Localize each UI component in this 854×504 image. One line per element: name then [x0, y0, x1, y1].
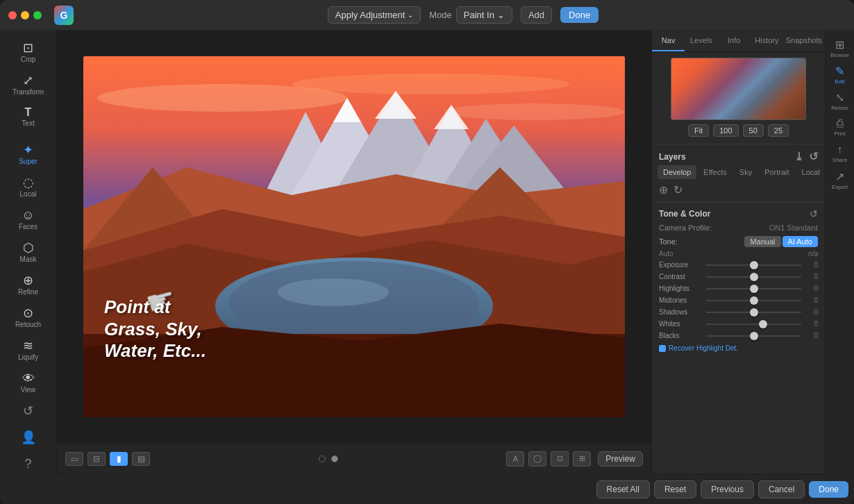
- tool-retouch[interactable]: ⊙ Retouch: [5, 301, 52, 334]
- zoom-100-button[interactable]: 100: [713, 124, 738, 137]
- export-icon-button[interactable]: ↗ Export: [828, 168, 852, 192]
- tool-refine[interactable]: ⊕ Refine: [5, 269, 52, 301]
- recover-row: Recover Highlight Det.: [659, 342, 818, 355]
- text-tool-icon[interactable]: A: [506, 451, 524, 467]
- canvas-overlay-text: Point at Grass, Sky, Water, Etc...: [104, 296, 206, 362]
- previous-button[interactable]: Previous: [701, 480, 754, 498]
- exposure-slider[interactable]: [706, 264, 801, 266]
- tool-text[interactable]: T Text: [5, 101, 52, 133]
- close-button[interactable]: [8, 11, 17, 19]
- manual-tone-button[interactable]: Manual: [744, 236, 780, 247]
- svg-point-2: [292, 74, 569, 94]
- contrast-value: 0: [805, 273, 818, 280]
- compare-split-button[interactable]: ▤: [132, 452, 150, 466]
- contrast-slider[interactable]: [706, 276, 801, 278]
- midtones-row: Midtones 0: [659, 294, 818, 306]
- layers-undo-icon[interactable]: ↺: [809, 151, 818, 162]
- mask-label: Mask: [20, 255, 37, 263]
- mode-dropdown[interactable]: Paint In ⌄: [456, 6, 512, 24]
- tool-transform[interactable]: ⤢ Transform: [5, 69, 52, 101]
- browse-icon: ⊞: [835, 38, 844, 51]
- preview-button[interactable]: Preview: [598, 451, 643, 467]
- recover-checkbox[interactable]: [659, 345, 666, 352]
- refine-icon: ⊕: [23, 274, 33, 287]
- blacks-label: Blacks: [659, 332, 702, 339]
- tool-faces[interactable]: ☺ Faces: [5, 203, 52, 236]
- maximize-button[interactable]: [33, 11, 42, 19]
- tool-crop[interactable]: ⊡ Crop: [5, 36, 52, 69]
- tool-liquify[interactable]: ≋ Liquify: [5, 334, 52, 367]
- print-icon-button[interactable]: ⎙ Print: [828, 115, 852, 139]
- reset-button[interactable]: Reset: [654, 480, 696, 498]
- tab-info[interactable]: Info: [718, 31, 751, 51]
- account-tool-button[interactable]: 👤: [17, 426, 40, 449]
- tool-local[interactable]: ◌ Local: [5, 171, 52, 203]
- zoom-50-button[interactable]: 50: [743, 124, 764, 137]
- done-button[interactable]: Done: [809, 481, 848, 498]
- print-label: Print: [834, 131, 845, 137]
- landscape-svg: [83, 56, 625, 417]
- single-view-button[interactable]: ▭: [65, 452, 83, 466]
- help-tool-button[interactable]: ?: [17, 452, 40, 473]
- cancel-button[interactable]: Cancel: [758, 480, 805, 498]
- compare-h-button[interactable]: ⊟: [87, 452, 106, 466]
- camera-profile-value: ON1 Standard: [769, 224, 818, 232]
- tool-mask[interactable]: ⬡ Mask: [5, 236, 52, 269]
- tab-levels[interactable]: Levels: [685, 31, 717, 51]
- share-icon-button[interactable]: ↑ Share: [828, 142, 852, 165]
- circle-tool-icon[interactable]: ◯: [528, 451, 546, 467]
- tab-snapshots[interactable]: Snapshots: [783, 31, 825, 51]
- grid-tool-icon[interactable]: ⊞: [573, 451, 591, 467]
- layer-sync-icon[interactable]: ↻: [673, 183, 683, 196]
- minimize-button[interactable]: [21, 11, 29, 19]
- right-icon-strip: ⊞ Browse ✎ Edit ⤡ Resize ⎙ Print ↑ Sha: [825, 31, 854, 473]
- fit-button[interactable]: Fit: [688, 124, 709, 137]
- tab-nav[interactable]: Nav: [652, 31, 685, 51]
- history-tool-button[interactable]: ↺: [17, 399, 40, 423]
- faces-label: Faces: [19, 223, 37, 230]
- auto-row: Auto n/a: [659, 250, 818, 258]
- mode-value: Paint In: [464, 10, 494, 20]
- compare-v-button[interactable]: ▮: [110, 452, 128, 466]
- tool-super[interactable]: ✦ Super: [5, 138, 52, 171]
- ai-auto-tone-button[interactable]: AI Auto: [782, 236, 818, 247]
- shadows-slider[interactable]: [706, 312, 801, 313]
- wand-tool-icon[interactable]: ⊡: [551, 451, 569, 467]
- edit-icon-button[interactable]: ✎ Edit: [828, 62, 852, 86]
- add-button[interactable]: Add: [521, 6, 552, 24]
- layer-tab-local[interactable]: Local: [796, 165, 826, 179]
- contrast-row: Contrast 0: [659, 271, 818, 283]
- blacks-value: 0: [805, 332, 818, 339]
- tone-refresh-icon[interactable]: ↺: [810, 208, 818, 219]
- layer-tab-sky[interactable]: Sky: [734, 165, 757, 179]
- auto-label: Auto: [659, 250, 673, 258]
- title-done-button[interactable]: Done: [560, 7, 598, 23]
- apply-adjustment-label: Apply Adjustment: [335, 10, 405, 20]
- canvas-container[interactable]: ☛ Point at Grass, Sky, Water, Etc...: [57, 31, 651, 443]
- mode-label: Mode: [429, 10, 452, 20]
- resize-icon-button[interactable]: ⤡ Resize: [828, 89, 852, 112]
- app-logo: G: [54, 6, 74, 25]
- layer-tab-develop[interactable]: Develop: [658, 165, 696, 179]
- layer-tab-effects[interactable]: Effects: [698, 165, 732, 179]
- midtones-value: 0: [805, 296, 818, 304]
- highlights-slider[interactable]: [706, 288, 801, 289]
- tab-history[interactable]: History: [751, 31, 783, 51]
- layer-add-icon[interactable]: ⊕: [659, 183, 668, 196]
- layers-download-icon[interactable]: ⤓: [794, 151, 803, 162]
- blacks-slider[interactable]: [706, 335, 801, 337]
- zoom-25-button[interactable]: 25: [768, 124, 789, 137]
- apply-adjustment-button[interactable]: Apply Adjustment ⌄: [328, 6, 421, 24]
- midtones-slider[interactable]: [706, 300, 801, 301]
- exposure-row: Exposure 0: [659, 259, 818, 271]
- auto-value: n/a: [808, 250, 818, 258]
- reset-all-button[interactable]: Reset All: [596, 480, 650, 498]
- browse-icon-button[interactable]: ⊞ Browse: [828, 36, 852, 60]
- main-layout: ⊡ Crop ⤢ Transform T Text ✦ Super ◌ Loca…: [0, 31, 854, 473]
- highlights-value: 0: [805, 285, 818, 292]
- bottom-right-controls: A ◯ ⊡ ⊞: [506, 451, 591, 467]
- whites-slider[interactable]: [706, 324, 801, 325]
- layer-tab-portrait[interactable]: Portrait: [759, 165, 794, 179]
- circle-empty-indicator: [319, 455, 326, 462]
- tool-view[interactable]: 👁 View: [5, 367, 52, 399]
